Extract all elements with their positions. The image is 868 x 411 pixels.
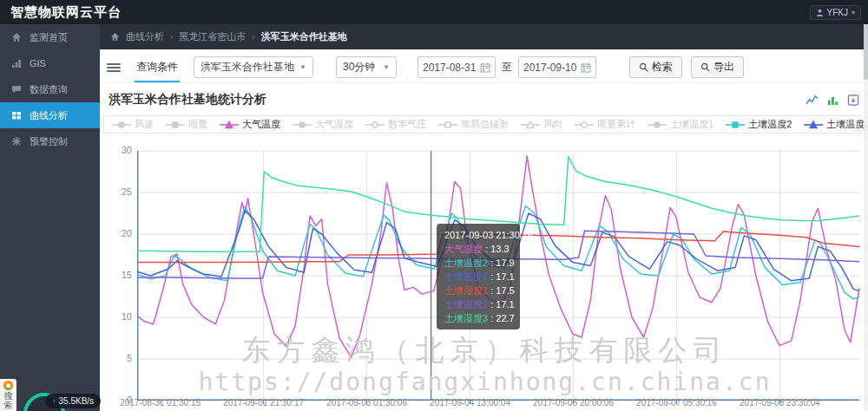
legend-label: 土壤温度1 — [670, 118, 713, 131]
sidebar-item-gis[interactable]: GIS — [0, 50, 100, 76]
sidebar-item-label: 监测首页 — [30, 31, 68, 44]
date-from-value: 2017-08-31 — [423, 62, 476, 74]
main-content: 查询条件 洪军玉米合作社基地 ▼ 30分钟 ▼ 2017-08-31 至 201… — [100, 49, 868, 411]
legend-marker-icon — [111, 121, 132, 129]
export-button-label: 导出 — [713, 60, 734, 75]
legend-label: 土壤温度2 — [748, 118, 792, 131]
legend-marker-icon — [437, 121, 458, 129]
legend-label: 雨量 — [188, 118, 207, 131]
x-tick-label: 2017-09-01 21:30:17 — [223, 398, 304, 408]
alert-icon — [11, 136, 22, 147]
legend-marker-icon — [647, 121, 667, 129]
date-to-input[interactable]: 2017-09-10 — [518, 56, 596, 78]
legend-item[interactable]: 风向 — [520, 118, 562, 131]
legend-label: 雨量累计 — [597, 118, 635, 131]
legend-label: 风向 — [543, 118, 562, 131]
legend-marker-icon — [725, 121, 746, 129]
x-tick-label: 2017-09-04 13:00:04 — [430, 398, 510, 408]
chart-legend: 风速雨量大气温度大气湿度数字气压简易总辐射风向雨量累计土壤温度1土壤温度2土壤温… — [103, 115, 865, 134]
legend-item[interactable]: 土壤温度3 — [803, 118, 865, 131]
chart-toolbox — [806, 95, 859, 106]
save-image-icon[interactable] — [847, 95, 859, 106]
legend-item[interactable]: 土壤温度2 — [725, 118, 792, 131]
breadcrumb-item[interactable]: 黑龙江省密山市 — [179, 30, 246, 43]
series-line-大气温度 — [137, 156, 859, 357]
search-icon — [639, 62, 648, 72]
legend-label: 风速 — [135, 118, 154, 131]
legend-item[interactable]: 大气湿度 — [292, 118, 353, 131]
legend-marker-icon — [574, 121, 595, 129]
station-select-value: 洪军玉米合作社基地 — [201, 60, 294, 75]
sidebar-item-label: 预警控制 — [30, 135, 68, 148]
y-tick-label: 30 — [104, 145, 132, 155]
menu-toggle-icon[interactable] — [107, 63, 121, 72]
legend-label: 土壤温度3 — [826, 118, 865, 131]
sidebar-item-label: GIS — [30, 58, 46, 68]
line-chart-icon[interactable] — [806, 95, 819, 106]
station-select[interactable]: 洪军玉米合作社基地 ▼ — [194, 56, 313, 78]
y-tick-label: 10 — [104, 311, 132, 322]
bar-chart-icon[interactable] — [826, 95, 839, 106]
chevron-down-icon: ▼ — [383, 63, 390, 71]
home-icon — [110, 32, 120, 42]
scrollbar-track[interactable] — [864, 24, 868, 411]
tab-query-conditions[interactable]: 查询条件 — [135, 53, 180, 82]
x-tick-label: 2017-09-05 20:00:06 — [533, 398, 614, 408]
chart-title: 洪军玉米合作社基地统计分析 — [108, 92, 266, 108]
x-tick-label: 2017-09-03 01:30:06 — [326, 398, 407, 408]
plot-canvas — [137, 151, 859, 401]
legend-label: 简易总辐射 — [461, 118, 509, 131]
breadcrumb-item[interactable]: 曲线分析 — [126, 30, 164, 43]
app-header: 智慧物联网云平台 YFKJ ▾ — [0, 0, 868, 24]
message-icon — [11, 84, 22, 95]
search-tab-label: 搜索 — [0, 391, 16, 410]
date-from-input[interactable]: 2017-08-31 — [418, 56, 496, 78]
legend-item[interactable]: 土壤温度1 — [647, 118, 713, 131]
search-button-label: 检索 — [652, 60, 673, 75]
legend-item[interactable]: 风速 — [111, 118, 154, 131]
y-tick-label: 15 — [104, 270, 132, 280]
export-icon — [700, 62, 710, 72]
interval-select[interactable]: 30分钟 ▼ — [336, 56, 397, 78]
scrollbar-thumb[interactable] — [864, 24, 868, 80]
legend-item[interactable]: 雨量累计 — [574, 118, 635, 131]
user-menu[interactable]: YFKJ ▾ — [810, 5, 861, 20]
x-tick-label: 2017-09-08 23:30:04 — [740, 398, 820, 408]
export-button[interactable]: 导出 — [691, 56, 744, 78]
chevron-down-icon: ▾ — [852, 9, 855, 16]
curve-icon — [11, 110, 22, 121]
legend-marker-icon — [365, 121, 385, 129]
up-arrow-icon: ↑ — [52, 397, 56, 406]
legend-marker-icon — [219, 121, 240, 129]
network-speed-value: 35.5KB/s — [59, 396, 95, 406]
sidebar-item-alert-control[interactable]: 预警控制 — [0, 128, 100, 154]
user-icon — [816, 9, 824, 16]
chart-area: 051015202530 2017-08-31 01:30:152017-09-… — [104, 134, 865, 411]
sidebar-item-data-query[interactable]: 数据查询 — [0, 76, 100, 102]
query-toolbar: 查询条件 洪军玉米合作社基地 ▼ 30分钟 ▼ 2017-08-31 至 201… — [107, 52, 861, 83]
calendar-icon — [480, 62, 490, 73]
search-engine-logo-icon — [3, 381, 13, 390]
network-speed-widget[interactable]: ↑ 35.5KB/s — [45, 394, 101, 408]
legend-item[interactable]: 数字气压 — [365, 118, 426, 131]
signal-icon — [11, 58, 22, 68]
sidebar-item-monitor-home[interactable]: 监测首页 — [0, 24, 100, 50]
legend-label: 数字气压 — [388, 118, 426, 131]
breadcrumb: 曲线分析 › 黑龙江省密山市 › 洪军玉米合作社基地 — [100, 24, 868, 49]
sidebar-item-label: 曲线分析 — [30, 109, 68, 122]
legend-item[interactable]: 大气温度 — [219, 118, 280, 131]
user-name: YFKJ — [827, 8, 848, 17]
app-title: 智慧物联网云平台 — [7, 4, 122, 21]
page: 智慧物联网云平台 YFKJ ▾ 监测首页 GIS 数据查询 曲线分析 预警控制 — [0, 0, 868, 411]
breadcrumb-separator: › — [170, 32, 173, 42]
search-side-tab[interactable]: 搜索 — [0, 379, 16, 411]
date-to-value: 2017-09-10 — [523, 62, 576, 74]
y-tick-label: 5 — [104, 353, 132, 363]
legend-item[interactable]: 简易总辐射 — [437, 118, 509, 131]
sidebar: 监测首页 GIS 数据查询 曲线分析 预警控制 — [0, 24, 100, 411]
interval-select-value: 30分钟 — [343, 60, 375, 75]
legend-item[interactable]: 雨量 — [165, 118, 207, 131]
y-tick-label: 20 — [104, 228, 132, 238]
sidebar-item-curve-analysis[interactable]: 曲线分析 — [0, 102, 100, 128]
search-button[interactable]: 检索 — [629, 56, 682, 78]
